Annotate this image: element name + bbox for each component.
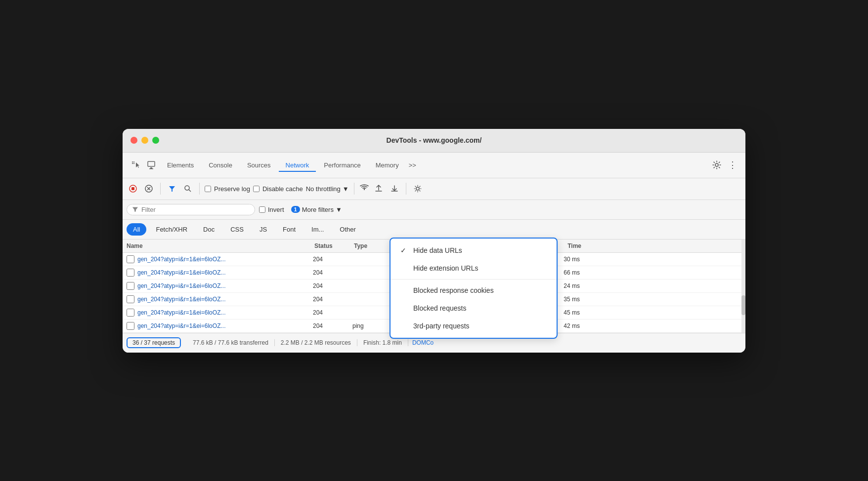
window-title: DevTools - www.google.com/ <box>387 136 482 144</box>
tab-sources[interactable]: Sources <box>240 159 278 172</box>
tab-memory[interactable]: Memory <box>369 159 406 172</box>
dropdown-blocked-response-cookies[interactable]: Blocked response cookies <box>391 281 557 299</box>
row-status-3: 204 <box>313 282 352 289</box>
more-filters-dropdown: ✓ Hide data URLs Hide extension URLs Blo… <box>390 238 558 339</box>
status-finish: Finish: 1.8 min <box>357 339 408 346</box>
row-name-1: gen_204?atyp=i&r=1&ei=6loOZ... <box>137 256 313 263</box>
svg-point-14 <box>185 186 189 190</box>
download-button[interactable] <box>388 182 401 195</box>
row-checkbox-5[interactable] <box>127 309 134 317</box>
tab-nav: Elements Console Sources Network Perform… <box>160 159 708 172</box>
row-status-6: 204 <box>313 322 352 329</box>
dropdown-hide-data-urls[interactable]: ✓ Hide data URLs <box>391 241 557 259</box>
row-checkbox-6[interactable] <box>127 322 134 330</box>
window-controls <box>130 137 159 144</box>
row-name-4: gen_204?atyp=i&r=1&ei=6loOZ... <box>137 296 313 303</box>
dropdown-blocked-requests[interactable]: Blocked requests <box>391 299 557 317</box>
devtools-settings-button[interactable] <box>710 158 724 172</box>
row-status-2: 204 <box>313 269 352 276</box>
filter-button[interactable] <box>166 182 178 195</box>
tab-more-button[interactable]: >> <box>409 161 416 169</box>
type-bar: All Fetch/XHR Doc CSS JS Font Im... Othe… <box>123 220 745 240</box>
network-toolbar: Preserve log Disable cache No throttling… <box>123 178 745 200</box>
header-status: Status <box>314 242 354 249</box>
type-other-button[interactable]: Other <box>333 223 362 236</box>
devtools-window: DevTools - www.google.com/ Elements Cons… <box>123 129 745 353</box>
filter-input[interactable] <box>141 206 250 213</box>
svg-marker-13 <box>169 186 175 192</box>
more-filters-badge: 1 <box>291 206 300 213</box>
svg-rect-4 <box>148 161 155 166</box>
tab-elements[interactable]: Elements <box>160 159 201 172</box>
type-all-button[interactable]: All <box>127 223 146 236</box>
minimize-button[interactable] <box>141 137 148 144</box>
row-checkbox-3[interactable] <box>127 282 134 290</box>
disable-cache-label[interactable]: Disable cache <box>253 185 303 193</box>
svg-rect-0 <box>132 161 133 162</box>
row-status-4: 204 <box>313 296 352 303</box>
svg-rect-9 <box>131 187 134 190</box>
type-fetchxhr-button[interactable]: Fetch/XHR <box>149 223 194 236</box>
maximize-button[interactable] <box>152 137 159 144</box>
stop-recording-button[interactable] <box>127 182 139 195</box>
disable-cache-checkbox[interactable] <box>253 186 260 192</box>
svg-line-15 <box>189 190 191 192</box>
row-checkbox-4[interactable] <box>127 295 134 303</box>
preserve-log-checkbox[interactable] <box>205 186 211 192</box>
tab-network[interactable]: Network <box>279 159 316 172</box>
throttle-dropdown[interactable]: No throttling ▼ <box>306 185 349 193</box>
scrollbar[interactable] <box>741 240 745 333</box>
cursor-icon[interactable] <box>129 158 142 172</box>
row-status-1: 204 <box>313 256 352 263</box>
status-transferred: 77.6 kB / 77.6 kB transferred <box>187 339 275 346</box>
title-bar: DevTools - www.google.com/ <box>123 129 745 153</box>
svg-rect-6 <box>149 168 153 169</box>
scrollbar-thumb[interactable] <box>741 295 745 315</box>
dropdown-divider-1 <box>391 279 557 280</box>
type-img-button[interactable]: Im... <box>305 223 330 236</box>
tab-performance[interactable]: Performance <box>317 159 367 172</box>
invert-checkbox[interactable] <box>259 206 265 213</box>
row-checkbox-2[interactable] <box>127 269 134 277</box>
search-button[interactable] <box>181 182 194 195</box>
filter-bar: Invert 1 More filters ▼ <box>123 200 745 220</box>
svg-point-16 <box>416 187 419 190</box>
status-resources: 2.2 MB / 2.2 MB resources <box>275 339 357 346</box>
network-settings-button[interactable] <box>411 182 424 195</box>
dropdown-hide-extension-urls[interactable]: Hide extension URLs <box>391 259 557 277</box>
more-filters-button[interactable]: 1 More filters ▼ <box>288 205 345 214</box>
svg-rect-1 <box>133 161 134 162</box>
row-name-2: gen_204?atyp=i&r=1&ei=6loOZ... <box>137 269 313 276</box>
row-name-5: gen_204?atyp=i&r=1&ei=6loOZ... <box>137 309 313 316</box>
filter-input-wrap <box>127 204 255 215</box>
invert-label[interactable]: Invert <box>259 206 284 213</box>
row-checkbox-1[interactable] <box>127 255 134 263</box>
preserve-log-label[interactable]: Preserve log <box>205 185 250 193</box>
check-icon: ✓ <box>400 246 408 254</box>
inspect-icon[interactable] <box>144 158 158 172</box>
separator-1 <box>160 183 161 195</box>
svg-rect-5 <box>150 167 152 168</box>
close-button[interactable] <box>130 137 137 144</box>
separator-4 <box>406 183 406 195</box>
row-name-3: gen_204?atyp=i&r=1&ei=6loOZ... <box>137 282 313 289</box>
row-name-6: gen_204?atyp=i&r=1&ei=6loOZ... <box>137 322 313 329</box>
filter-funnel-icon <box>132 206 138 213</box>
svg-marker-17 <box>132 207 138 211</box>
svg-rect-3 <box>133 163 134 164</box>
row-status-5: 204 <box>313 309 352 316</box>
header-name: Name <box>127 242 314 249</box>
type-doc-button[interactable]: Doc <box>197 223 221 236</box>
wifi-icon[interactable] <box>359 184 369 194</box>
clear-log-button[interactable] <box>142 182 155 195</box>
type-css-button[interactable]: CSS <box>224 223 250 236</box>
devtools-menu-button[interactable]: ⋮ <box>726 158 739 172</box>
type-js-button[interactable]: JS <box>253 223 273 236</box>
type-font-button[interactable]: Font <box>276 223 302 236</box>
dropdown-third-party-requests[interactable]: 3rd-party requests <box>391 317 557 335</box>
svg-rect-2 <box>132 163 133 164</box>
status-domco[interactable]: DOMCo <box>412 339 434 346</box>
tab-console[interactable]: Console <box>202 159 239 172</box>
svg-point-7 <box>715 163 718 166</box>
upload-button[interactable] <box>372 182 385 195</box>
